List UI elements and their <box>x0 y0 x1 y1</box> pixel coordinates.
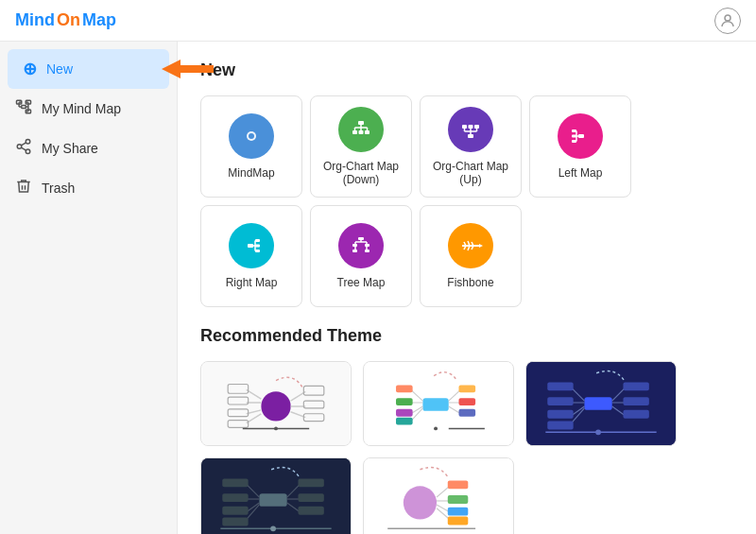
new-icon: ⊕ <box>23 59 37 79</box>
org-chart-down-label: Org-Chart Map(Down) <box>323 160 399 187</box>
map-card-tree-map[interactable]: Tree Map <box>310 205 412 307</box>
svg-point-88 <box>274 426 278 430</box>
theme-card-5[interactable] <box>363 457 514 534</box>
svg-point-16 <box>26 149 30 154</box>
svg-line-17 <box>21 147 26 150</box>
sidebar-item-trash[interactable]: Trash <box>0 168 177 208</box>
new-section: New MindMap <box>200 60 733 307</box>
svg-rect-134 <box>222 518 248 526</box>
content-area: New MindMap <box>178 42 756 534</box>
map-card-org-chart-up[interactable]: Org-Chart Map (Up) <box>420 95 522 198</box>
svg-rect-108 <box>584 397 611 410</box>
svg-rect-126 <box>259 493 286 507</box>
theme-card-2[interactable] <box>363 361 514 446</box>
svg-point-142 <box>270 525 276 531</box>
svg-rect-140 <box>298 507 323 515</box>
right-map-label: Right Map <box>226 276 278 289</box>
theme-section: Recommended Theme <box>200 326 733 534</box>
svg-point-124 <box>595 429 601 435</box>
left-map-label: Left Map <box>558 166 603 180</box>
trash-label: Trash <box>42 181 75 196</box>
sidebar: ⊕ New <box>0 42 178 534</box>
svg-rect-100 <box>459 385 476 392</box>
svg-rect-122 <box>623 410 648 419</box>
svg-rect-146 <box>448 480 469 489</box>
svg-rect-116 <box>547 422 573 430</box>
svg-marker-1 <box>162 60 214 78</box>
svg-rect-21 <box>358 121 364 125</box>
fishbone-label: Fishbone <box>447 276 493 289</box>
my-mind-map-label: My Mind Map <box>42 101 121 116</box>
logo-map: Map <box>82 10 116 30</box>
svg-rect-3 <box>22 106 26 109</box>
svg-point-15 <box>17 145 22 149</box>
theme-card-4[interactable] <box>200 457 352 534</box>
svg-rect-30 <box>468 134 473 138</box>
right-map-icon <box>229 223 274 268</box>
svg-point-20 <box>249 133 254 139</box>
map-card-fishbone[interactable]: Fishbone <box>420 205 522 307</box>
sidebar-item-my-share[interactable]: My Share <box>0 129 177 168</box>
svg-rect-118 <box>623 383 648 391</box>
svg-rect-54 <box>352 250 357 252</box>
org-chart-up-icon <box>448 107 493 152</box>
orange-arrow <box>162 56 218 82</box>
left-map-icon <box>558 113 603 159</box>
svg-marker-70 <box>479 244 483 248</box>
svg-point-144 <box>404 486 437 519</box>
svg-rect-23 <box>359 130 364 134</box>
theme-card-1[interactable] <box>200 361 352 446</box>
my-mind-map-icon <box>15 98 32 119</box>
svg-rect-24 <box>365 130 369 134</box>
map-card-right-map[interactable]: Right Map <box>200 205 302 307</box>
map-card-org-chart-down[interactable]: Org-Chart Map(Down) <box>310 95 412 198</box>
map-card-left-map[interactable]: Left Map <box>529 95 631 198</box>
svg-rect-92 <box>396 385 413 392</box>
logo-mind: Mind <box>15 10 55 30</box>
svg-rect-110 <box>547 383 573 391</box>
theme-section-title: Recommended Theme <box>200 326 733 346</box>
svg-rect-98 <box>396 418 413 425</box>
tree-map-label: Tree Map <box>337 276 386 289</box>
my-share-icon <box>15 138 32 159</box>
svg-rect-132 <box>222 507 248 515</box>
svg-rect-94 <box>396 398 413 405</box>
svg-rect-138 <box>298 493 323 502</box>
fishbone-icon <box>448 223 493 268</box>
sidebar-new-label: New <box>46 61 73 77</box>
svg-line-18 <box>21 143 26 146</box>
svg-point-106 <box>434 426 438 430</box>
org-chart-down-icon <box>338 107 384 152</box>
svg-rect-52 <box>358 237 364 240</box>
svg-rect-150 <box>448 508 469 516</box>
map-card-mindmap[interactable]: MindMap <box>200 95 302 198</box>
trash-icon <box>15 178 32 198</box>
my-share-label: My Share <box>42 141 98 156</box>
svg-rect-104 <box>459 409 476 417</box>
svg-rect-148 <box>448 495 469 504</box>
svg-rect-53 <box>352 244 357 247</box>
svg-rect-102 <box>459 398 476 405</box>
svg-rect-55 <box>365 244 369 247</box>
svg-rect-130 <box>222 493 248 502</box>
logo-on: On <box>57 10 80 30</box>
theme-card-3[interactable] <box>525 361 677 446</box>
svg-rect-90 <box>422 398 448 411</box>
svg-rect-56 <box>365 250 369 252</box>
main-layout: ⊕ New <box>0 42 756 534</box>
user-icon[interactable] <box>714 8 741 34</box>
svg-rect-120 <box>623 397 648 405</box>
svg-rect-96 <box>396 409 413 417</box>
svg-rect-114 <box>547 410 573 419</box>
svg-rect-31 <box>462 125 467 129</box>
tree-map-icon <box>338 223 384 268</box>
mindmap-icon <box>229 113 274 159</box>
theme-grid <box>200 361 733 534</box>
svg-rect-128 <box>222 479 248 488</box>
sidebar-item-new[interactable]: ⊕ New <box>8 49 169 89</box>
sidebar-item-my-mind-map[interactable]: My Mind Map <box>0 89 177 129</box>
header: MindOnMap <box>0 0 756 42</box>
svg-rect-136 <box>298 479 323 488</box>
svg-point-72 <box>261 391 290 421</box>
logo: MindOnMap <box>15 10 116 30</box>
